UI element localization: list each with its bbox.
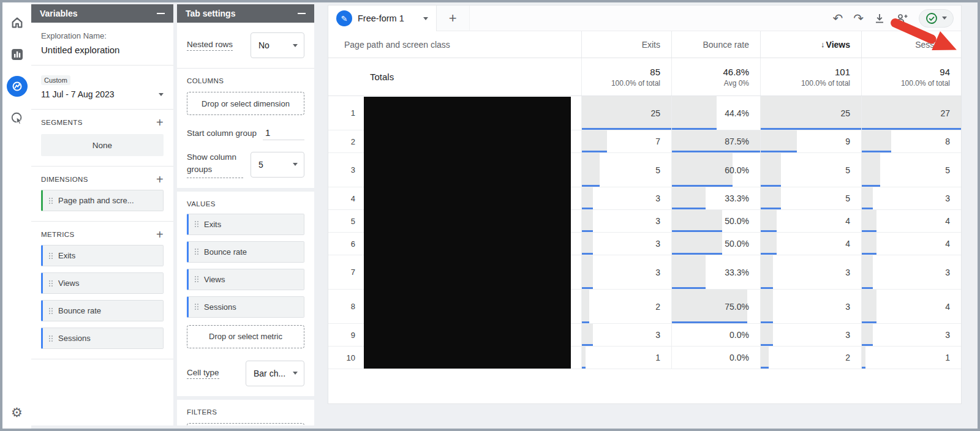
value-chip[interactable]: Sessions [187,296,304,318]
cell-value: 1 [655,353,660,362]
reports-icon[interactable] [7,44,28,65]
show-column-groups-value: 5 [258,160,263,170]
cell-bounce: 60.0% [671,153,760,187]
show-column-groups-select[interactable]: 5 [251,152,304,178]
explore-icon[interactable] [7,76,28,97]
bar-underline [582,253,593,255]
value-chip-label: Views [204,275,225,284]
minimize-icon[interactable] [157,13,165,14]
filters-dropzone[interactable]: Drop or select dimension or [187,423,304,426]
bar-underline [761,367,769,369]
value-chip[interactable]: Views [187,269,304,290]
app-frame: ⚙ Variables Exploration Name: Untitled e… [0,0,980,431]
chevron-down-icon [159,93,164,96]
column-header-exits[interactable]: Exits [581,31,671,58]
column-header-views-sorted[interactable]: ↓Views [760,31,861,58]
cell-views: 5 [760,187,861,209]
download-icon[interactable] [874,13,885,24]
bar-fill [761,187,781,209]
undo-icon[interactable]: ↶ [832,12,843,24]
cell-value: 4 [845,239,850,249]
bar-underline [672,287,706,289]
advertising-icon[interactable] [7,108,28,129]
nested-rows-select[interactable]: No [251,32,304,58]
share-users-icon[interactable] [895,13,908,24]
dimension-column-header[interactable]: Page path and screen class [328,40,581,50]
cell-value: 33.3% [725,193,749,203]
row-number: 4 [328,187,364,209]
home-icon[interactable] [7,12,28,33]
value-chip[interactable]: Exits [187,214,304,235]
bar-fill [761,210,777,232]
cell-type-setting: Cell type Bar ch... [187,361,304,386]
totals-label: Totals [328,58,581,96]
bar-underline [761,128,861,130]
cell-value: 3 [655,268,660,277]
date-range-badge: Custom [41,75,70,85]
totals-row: Totals 85100.0% of total 46.8%Avg 0% 101… [328,58,961,96]
start-column-group-input[interactable]: 1 [263,127,304,140]
cell-value: 9 [845,137,850,146]
bar-underline [862,253,876,255]
exploration-canvas: ✎ Free-form 1 + ↶ ↷ [314,2,978,429]
filters-label: FILTERS [187,408,217,416]
cell-value: 5 [655,165,660,175]
totals-bounce-rate: 46.8%Avg 0% [671,58,760,96]
bar-fill [761,153,781,187]
date-range-picker[interactable]: 11 Jul - 7 Aug 2023 [41,89,164,99]
metric-chip[interactable]: Exits [41,245,164,266]
bar-fill [761,324,773,346]
cell-type-select[interactable]: Bar ch... [246,361,304,386]
add-segment-button[interactable]: + [156,118,164,127]
columns-dropzone[interactable]: Drop or select dimension [187,92,304,115]
bar-fill [582,233,593,255]
bar-underline [862,151,891,152]
cell-value: 75.0% [725,302,749,312]
bar-underline [582,230,593,232]
value-chip[interactable]: Bounce rate [187,241,304,263]
minimize-icon[interactable] [298,13,306,14]
metrics-label: METRICS [41,231,75,238]
nested-rows-setting: Nested rows No [177,23,314,68]
bar-underline [672,208,706,209]
variables-title: Variables [40,9,78,18]
bar-underline [582,128,671,130]
metric-chip[interactable]: Bounce rate [41,300,164,321]
toolbar: ↶ ↷ [470,6,961,31]
add-tab-button[interactable]: + [437,6,470,31]
bar-fill [582,210,593,232]
bar-underline [862,367,865,369]
cell-views: 3 [760,290,861,323]
tab-free-form-1[interactable]: ✎ Free-form 1 [328,6,437,31]
show-column-groups-label: Show column groups [187,151,243,178]
value-chip-label: Sessions [204,302,236,312]
cell-value: 5 [845,193,850,203]
cell-value: 3 [655,193,660,203]
cell-sessions: 27 [861,96,961,130]
values-section: VALUES Exits Bounce rate Views Sessions … [177,192,314,396]
metric-chip[interactable]: Sessions [41,328,164,349]
cell-value: 33.3% [725,268,749,277]
column-header-bounce-rate[interactable]: Bounce rate [671,31,760,58]
cell-value: 27 [940,108,950,118]
bar-fill [672,210,722,232]
bar-fill [761,130,797,152]
cell-value: 7 [655,137,660,146]
add-dimension-button[interactable]: + [156,175,164,184]
cell-value: 4 [945,216,950,226]
dimension-chip[interactable]: Page path and scre... [41,190,164,211]
metric-chip[interactable]: Views [41,272,164,294]
exploration-name-value[interactable]: Untitled exploration [41,45,164,55]
drag-handle-icon [49,253,50,254]
add-metric-button[interactable]: + [156,230,164,239]
export-status-button[interactable] [919,9,954,28]
cell-views: 4 [760,233,861,255]
cell-value: 2 [845,353,850,362]
values-dropzone[interactable]: Drop or select metric [187,325,304,348]
redo-icon[interactable]: ↷ [853,12,864,24]
column-header-sessions[interactable]: Sessions [861,31,961,58]
cell-views: 3 [760,255,861,289]
settings-gear-icon[interactable]: ⚙ [2,405,31,420]
bar-underline [582,287,593,289]
segments-none[interactable]: None [41,134,164,156]
